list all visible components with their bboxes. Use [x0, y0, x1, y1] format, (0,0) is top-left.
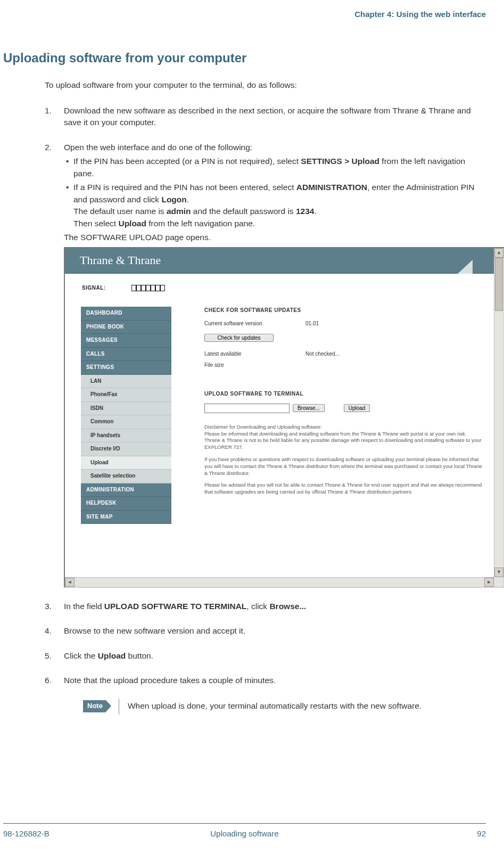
sidebar-item-lan[interactable]: LAN — [81, 375, 171, 389]
brand-bar: Thrane & Thrane — [65, 248, 494, 274]
scroll-left-arrow-icon[interactable]: ◄ — [65, 578, 75, 587]
text: If a PIN is required and the PIN has not… — [73, 183, 296, 192]
latest-available-label: Latest available — [204, 350, 305, 358]
scroll-corner — [494, 577, 503, 587]
upload-button[interactable]: Upload — [344, 404, 370, 412]
scroll-right-arrow-icon[interactable]: ► — [484, 578, 494, 587]
text: In the field — [64, 602, 104, 611]
step-6: Note that the upload procedure takes a c… — [45, 675, 486, 714]
brand-name: Thrane & Thrane — [80, 252, 161, 269]
sidebar-item-discrete-io[interactable]: Discrete I/O — [81, 442, 171, 456]
check-updates-heading: CHECK FOR SOFTWARE UPDATES — [204, 307, 483, 315]
text: The default user name is — [73, 207, 167, 216]
sidebar-item-common[interactable]: Common — [81, 415, 171, 429]
administration-ref: ADMINISTRATION — [296, 183, 367, 192]
disclaimer-text: Disclaimer for Downloading and Uploading… — [204, 424, 483, 496]
page-title: Uploading software from your computer — [3, 51, 486, 65]
sidebar: DASHBOARD PHONE BOOK MESSAGES CALLS SETT… — [81, 307, 171, 524]
disclaimer-p1: Disclaimer for Downloading and Uploading… — [204, 424, 483, 451]
sidebar-item-settings[interactable]: SETTINGS — [81, 361, 171, 375]
disclaimer-p2: If you have problems or questions with r… — [204, 456, 483, 477]
step-3: In the field UPLOAD SOFTWARE TO TERMINAL… — [45, 601, 486, 612]
scroll-down-arrow-icon[interactable]: ▼ — [494, 568, 503, 577]
step-2-after: The SOFTWARE UPLOAD page opens. — [64, 232, 486, 243]
browse-ref: Browse... — [269, 602, 306, 611]
sidebar-item-dashboard[interactable]: DASHBOARD — [81, 307, 171, 321]
sidebar-item-administration[interactable]: ADMINISTRATION — [81, 483, 171, 497]
page-footer: 98-126882-B Uploading software 92 — [3, 823, 486, 838]
current-version-label: Current software version — [204, 320, 305, 328]
text: from the left navigation pane. — [146, 219, 255, 228]
disclaimer-p3: Please be advised that you will not be a… — [204, 482, 483, 496]
footer-section-title: Uploading software — [3, 829, 486, 838]
text: Then select — [73, 219, 118, 228]
text: and the default password is — [191, 207, 296, 216]
sidebar-item-helpdesk[interactable]: HELPDESK — [81, 497, 171, 511]
text: Click the — [64, 651, 98, 660]
sidebar-item-isdn[interactable]: ISDN — [81, 402, 171, 416]
note-text: When upload is done, your terminal autom… — [128, 700, 422, 712]
sidebar-item-upload[interactable]: Upload — [81, 456, 171, 470]
step-2-bullet-2: If a PIN is required and the PIN has not… — [64, 182, 486, 229]
text: . — [314, 207, 316, 216]
sidebar-item-messages[interactable]: MESSAGES — [81, 334, 171, 348]
browse-button[interactable]: Browse... — [293, 404, 325, 412]
embedded-screenshot: Thrane & Thrane SIGNAL: DASHBOARD PHONE … — [64, 247, 504, 588]
file-size-label: File size — [204, 362, 305, 369]
text: button. — [126, 651, 153, 660]
intro-text: To upload software from your computer to… — [45, 80, 486, 90]
text: . — [187, 195, 189, 204]
note-divider — [119, 699, 119, 715]
step-2-bullet-1: If the PIN has been accepted (or a PIN i… — [64, 155, 486, 179]
text: , click — [246, 602, 269, 611]
chapter-header: Chapter 4: Using the web interface — [0, 10, 486, 19]
file-path-input[interactable] — [204, 404, 290, 413]
main-content: CHECK FOR SOFTWARE UPDATES Current softw… — [171, 307, 494, 524]
step-5: Click the Upload button. — [45, 650, 486, 662]
default-username: admin — [167, 207, 191, 216]
signal-label: SIGNAL: — [82, 284, 106, 292]
sidebar-item-phone-fax[interactable]: Phone/Fax — [81, 388, 171, 402]
step-6-text: Note that the upload procedure takes a c… — [64, 676, 276, 685]
sidebar-item-phone-book[interactable]: PHONE BOOK — [81, 321, 171, 334]
upload-ref: Upload — [118, 219, 146, 228]
note-badge: Note — [83, 700, 106, 712]
step-2-lead: Open the web interface and do one of the… — [64, 143, 252, 152]
sidebar-item-calls[interactable]: CALLS — [81, 348, 171, 362]
scroll-up-arrow-icon[interactable]: ▲ — [494, 248, 503, 258]
sidebar-item-site-map[interactable]: SITE MAP — [81, 511, 171, 524]
check-for-updates-button[interactable]: Check for updates — [204, 334, 274, 342]
text: If the PIN has been accepted (or a PIN i… — [73, 157, 301, 166]
current-version-value: 01.01 — [305, 320, 319, 328]
upload-section-ref: UPLOAD SOFTWARE TO TERMINAL — [104, 602, 247, 611]
latest-available-value: Not checked... — [305, 350, 340, 358]
settings-upload-ref: SETTINGS > Upload — [301, 157, 379, 166]
step-4: Browse to the new software version and a… — [45, 625, 486, 637]
step-2: Open the web interface and do one of the… — [45, 142, 486, 588]
upload-button-ref: Upload — [98, 651, 126, 660]
sidebar-item-ip-handsets[interactable]: IP handsets — [81, 429, 171, 443]
scroll-thumb[interactable] — [495, 258, 503, 311]
signal-strength-meter — [131, 285, 165, 291]
logon-ref: Logon — [161, 195, 186, 204]
upload-software-heading: UPLOAD SOFTWARE TO TERMINAL — [204, 390, 483, 398]
vertical-scrollbar[interactable]: ▲ ▼ — [494, 248, 503, 577]
horizontal-scrollbar[interactable]: ◄ ► — [65, 577, 494, 587]
step-1: Download the new software as described i… — [45, 105, 486, 129]
default-password: 1234 — [296, 207, 314, 216]
sidebar-item-satellite-selection[interactable]: Satellite selection — [81, 470, 171, 483]
